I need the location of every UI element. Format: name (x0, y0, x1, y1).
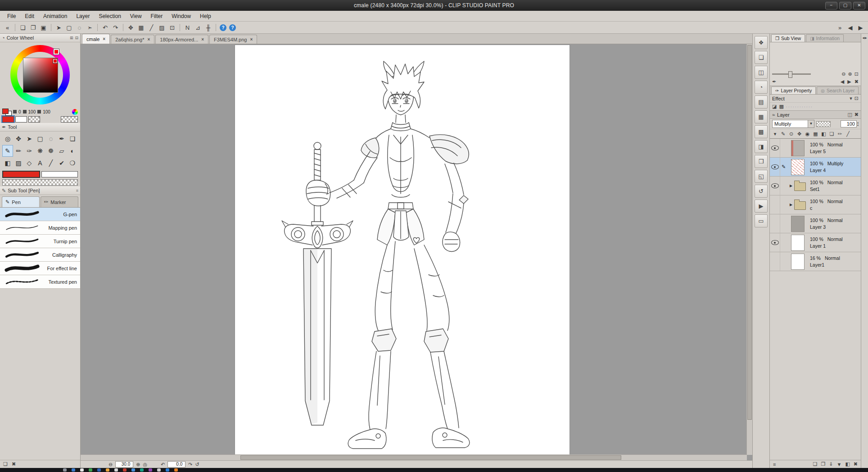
decoration-tool-icon[interactable]: ❁ (45, 145, 56, 157)
move-tool-icon[interactable]: ✥ (13, 133, 24, 145)
timeline-palette-icon[interactable]: ▭ (755, 214, 768, 227)
rotation-value[interactable]: 0.0 (167, 461, 185, 467)
rect-select-icon[interactable]: ▢ (64, 23, 74, 32)
tab-search-layer[interactable]: ◎Search Layer (817, 86, 859, 94)
os-taskbar[interactable] (0, 468, 868, 472)
eye-icon[interactable] (771, 240, 779, 245)
navigator-palette-icon[interactable]: ◱ (755, 170, 768, 183)
foreground-color-swatch[interactable] (2, 109, 9, 114)
expand-folder-icon[interactable]: ▶ (790, 184, 793, 188)
frame-tool-icon[interactable]: ❏ (67, 133, 78, 145)
snap-to-ruler-icon[interactable]: ╱ (147, 23, 156, 32)
effect-collapse-icon[interactable]: ▾ (850, 95, 852, 101)
layer-close-icon[interactable]: ✖ (854, 112, 859, 118)
move-layer-icon[interactable]: ✥ (796, 130, 803, 138)
taskbar-app-icon-6[interactable] (114, 468, 118, 472)
visibility-cell[interactable] (770, 158, 780, 176)
layer-thumbnail-cell[interactable] (787, 139, 809, 157)
reference-layer-icon[interactable]: ❏ (828, 130, 836, 138)
help-2-icon[interactable]: ? (229, 24, 236, 31)
vertical-scrollbar[interactable] (746, 44, 752, 455)
transfer-down-icon[interactable]: ⇓ (829, 461, 833, 467)
taskbar-app-icon-11[interactable] (157, 468, 161, 472)
mesh-transform-icon[interactable]: ▦ (136, 23, 146, 32)
clear-subview-icon[interactable]: ✖ (854, 79, 859, 85)
trash-icon[interactable]: ✖ (12, 461, 16, 467)
layer-thumbnail[interactable] (791, 216, 805, 232)
color-slider-palette-icon[interactable]: ▤ (755, 95, 768, 109)
document-canvas[interactable] (235, 45, 570, 455)
layer-two-pane-icon[interactable]: ◫ (847, 112, 852, 118)
layer-row-layer-3[interactable]: 100 %NormalLayer 3 (770, 214, 861, 233)
layer-thumbnail-cell[interactable] (787, 158, 809, 176)
collapse-panel-left-icon[interactable]: « (3, 23, 12, 32)
subtool-tab-marker[interactable]: ✏Marker (41, 196, 78, 207)
transform-move-icon[interactable]: ✥ (126, 23, 136, 32)
subtool-menu-icon[interactable]: ≡ (76, 188, 78, 193)
close-tab-icon[interactable]: × (201, 37, 204, 42)
color-set-palette-icon[interactable]: ▦ (755, 110, 768, 123)
fit-view-icon[interactable]: ⊡ (854, 71, 859, 77)
eye-icon[interactable] (771, 145, 779, 150)
brush-tool-icon[interactable]: ✑ (24, 145, 35, 157)
hue-cursor[interactable] (54, 49, 59, 54)
zoom-in-icon[interactable]: ⊕ (848, 71, 852, 77)
close-tab-icon[interactable]: × (103, 36, 105, 41)
taskbar-app-icon-12[interactable] (166, 468, 169, 472)
subview-zoom-slider[interactable] (772, 73, 811, 75)
doc-tab-2a6qhis-png-[interactable]: 2a6qhis.png*× (111, 35, 154, 44)
lock-layer-icon[interactable]: ◉ (804, 130, 811, 138)
layer-row-c[interactable]: ▶100 %Normalc (770, 195, 861, 214)
taskbar-app-icon-10[interactable] (149, 468, 152, 472)
layer-row-layer1[interactable]: 16 %NormalLayer1 (770, 252, 861, 271)
brush-calligraphy[interactable]: Calligraphy (0, 248, 80, 262)
visibility-cell[interactable] (770, 139, 780, 157)
mixing-palette-icon[interactable]: ◨ (755, 140, 768, 153)
rotate-reset-icon[interactable]: ↺ (195, 462, 199, 467)
rotate-cw-icon[interactable]: ↷ (188, 462, 192, 467)
figure-tool-icon[interactable]: ◇ (24, 157, 35, 169)
visibility-cell[interactable] (770, 233, 780, 252)
save-file-icon[interactable]: ▣ (39, 23, 48, 32)
panel-dock-icon[interactable]: ⊞ (70, 36, 73, 40)
rotate-ccw-icon[interactable]: ↶ (161, 462, 165, 467)
taskbar-app-icon-1[interactable] (72, 468, 75, 472)
pen-tool-icon[interactable]: ✎ (2, 145, 13, 157)
eye-icon[interactable] (771, 164, 779, 169)
taskbar-app-icon-13[interactable] (174, 468, 178, 472)
correct-line-tool-icon[interactable]: ✔ (56, 157, 67, 169)
subview-zoom-knob[interactable] (788, 71, 792, 78)
panel-scroll-left-icon[interactable]: ◀ (862, 36, 864, 39)
color-wheel[interactable] (0, 42, 80, 108)
zoom-tool-icon[interactable]: ◎ (2, 133, 13, 145)
zoom-out-icon[interactable]: ⊖ (841, 71, 845, 77)
transparent-drawing-color[interactable] (2, 179, 78, 186)
layer-thumbnail-cell[interactable] (787, 252, 809, 271)
sv-cursor[interactable] (53, 59, 57, 63)
lasso-select-icon[interactable]: ◌ (75, 23, 84, 32)
airbrush-tool-icon[interactable]: ❋ (35, 145, 45, 157)
perspective-ruler-n-icon[interactable]: N (183, 23, 192, 32)
close-button[interactable]: ✕ (853, 2, 865, 9)
eraser-tool-icon[interactable]: ▱ (56, 145, 67, 157)
layer-thumbnail[interactable] (791, 235, 805, 251)
selection-tool-icon[interactable]: ▢ (35, 133, 45, 145)
taskbar-app-icon-5[interactable] (106, 468, 109, 472)
tab-information[interactable]: ◨Information (806, 34, 844, 42)
sub-view-area[interactable]: ⊖⊕⊡ ✒ ◀▶✖ (770, 42, 861, 86)
spinner-down-icon[interactable]: ▾ (857, 124, 859, 127)
menu-window[interactable]: Window (167, 12, 195, 21)
horizontal-scrollbar-thumb[interactable] (240, 455, 621, 460)
scroll-right-icon[interactable]: ▶ (856, 23, 865, 32)
layer-thumbnail[interactable] (791, 140, 805, 156)
visibility-cell[interactable] (770, 214, 780, 233)
brush-g-pen[interactable]: G-pen (0, 208, 80, 221)
eye-icon[interactable] (771, 183, 779, 188)
operation-tool-icon[interactable]: ➤ (24, 133, 35, 145)
visibility-cell[interactable] (770, 252, 780, 271)
layer-ruler-icon[interactable]: ╱ (844, 130, 852, 138)
quick-access-palette-icon[interactable]: ❖ (755, 36, 768, 49)
blend-tool-icon[interactable]: ◐ (67, 145, 78, 157)
fill-tool-icon[interactable]: ◧ (2, 157, 13, 169)
menu-view[interactable]: View (126, 12, 146, 21)
